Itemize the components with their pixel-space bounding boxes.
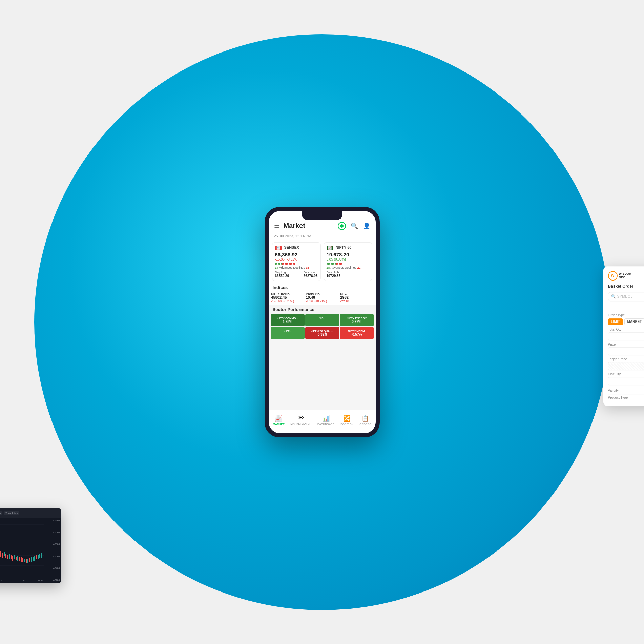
phone: ☰ Market 🔍 👤 25 Jul 2023, 12.14 PM 📉 xyxy=(265,207,380,437)
sensex-price: 66,368.92 xyxy=(275,252,318,257)
chart-x-axis: 9:20 10:00 10:30 11:00 11:30 12:00 xyxy=(0,578,44,583)
sector-nift3[interactable]: NIFT... xyxy=(271,327,305,339)
index-india-vix[interactable]: INDIA VIX 10.46 -1.19 (-10.21%) xyxy=(306,292,338,303)
nifty50-change: 5.85 (0.03%) xyxy=(327,257,369,261)
svg-rect-42 xyxy=(11,555,12,559)
svg-rect-40 xyxy=(7,555,8,559)
svg-rect-46 xyxy=(17,556,18,561)
buy-sell-toggle-row: Buy Sell xyxy=(608,305,644,311)
sector-nif2[interactable]: NIF... xyxy=(305,314,339,326)
index-nif[interactable]: NIF... 2982 -22.10 xyxy=(340,292,373,303)
dashboard-nav-label: DASHBOARD xyxy=(317,423,335,426)
wisdom-logo: W WISDOMNEO xyxy=(608,271,644,281)
sensex-label: SENSEX xyxy=(284,245,299,249)
dashboard-icon: 📊 xyxy=(322,415,330,422)
user-icon[interactable]: 👤 xyxy=(363,222,370,230)
chart-toolbar: NIFTY BANK 1m Compare Indicators Templat… xyxy=(0,508,61,518)
orders-icon: 📋 xyxy=(361,415,369,422)
phone-screen: ☰ Market 🔍 👤 25 Jul 2023, 12.14 PM 📉 xyxy=(269,211,376,433)
nifty50-mini-bars xyxy=(327,263,369,265)
search-icon[interactable]: 🔍 xyxy=(351,222,358,230)
sector-section-label: Sector Performance xyxy=(269,305,376,313)
nifty50-day-stats: Day High 19729.35 xyxy=(327,271,369,278)
basket-panel-title: Basket Order xyxy=(608,284,644,289)
hamburger-icon[interactable]: ☰ xyxy=(274,222,279,230)
sensex-day-low-label: Day Low xyxy=(304,271,318,274)
sensex-day-low: 66276.93 xyxy=(304,274,318,278)
logo-text: WISDOMNEO xyxy=(619,272,632,279)
sensex-day-high-label: Day High xyxy=(275,271,289,274)
marketwatch-icon: 👁 xyxy=(298,415,304,422)
sensex-card[interactable]: 📉 SENSEX 66,368.92 -15.86 (-0.02%) 14 xyxy=(272,242,321,281)
sector-nifty-media[interactable]: NIFTY MEDIA -0.57% xyxy=(340,327,374,339)
svg-rect-58 xyxy=(38,555,39,559)
svg-rect-37 xyxy=(2,553,3,558)
sensex-advances: 14 Advances Declines 16 xyxy=(275,266,318,269)
nav-orders[interactable]: 📋 ORDERS xyxy=(359,415,371,426)
disc-qty-stepper: - + xyxy=(608,377,644,385)
nifty50-badge: 📈 xyxy=(327,246,333,250)
chart-y-axis: 46200 46000 45800 45600 45400 45200 xyxy=(44,518,61,583)
svg-rect-39 xyxy=(5,554,6,558)
sensex-day-high: 66559.29 xyxy=(275,274,289,278)
svg-rect-36 xyxy=(0,551,1,557)
orders-nav-label: ORDERS xyxy=(359,423,371,426)
price-label: Price xyxy=(608,342,644,346)
sensex-mini-bars xyxy=(275,263,318,265)
svg-rect-48 xyxy=(21,557,22,562)
nifty50-card[interactable]: 📈 NIFTY 50 19,678.20 5.85 (0.03%) 28 Adv… xyxy=(324,242,372,281)
svg-rect-45 xyxy=(16,557,17,560)
market-nav-label: MARKET xyxy=(273,423,284,426)
live-dot xyxy=(340,224,344,228)
sector-grid: NIFTY COMMO... 1.28% NIF... NIFTY ENERGY… xyxy=(269,313,376,340)
nav-marketwatch[interactable]: 👁 MARKETWATCH xyxy=(290,415,311,425)
nifty50-price: 19,678.20 xyxy=(327,252,369,257)
product-type-label: Product Type xyxy=(608,396,628,399)
nav-dashboard[interactable]: 📊 DASHBOARD xyxy=(317,415,335,426)
basket-panel-header: W WISDOMNEO ☰ xyxy=(608,271,644,281)
trigger-price-field[interactable]: - + xyxy=(608,362,644,370)
price-chart xyxy=(0,518,44,578)
position-icon: 🔀 xyxy=(343,415,351,422)
nifty50-label: NIFTY 50 xyxy=(336,245,352,249)
background-circle: NIFTY BANK 1m Compare Indicators Templat… xyxy=(34,34,610,610)
sector-nifty200-qual[interactable]: NIFTY200 QUAL... -0.32% xyxy=(305,327,339,339)
sector-nifty-commo[interactable]: NIFTY COMMO... 1.28% xyxy=(271,314,305,326)
svg-rect-44 xyxy=(14,555,15,559)
total-qty-stepper: - + xyxy=(608,332,644,340)
svg-rect-55 xyxy=(33,557,34,561)
logo-circle: W xyxy=(608,271,618,281)
header-icons: 🔍 👤 xyxy=(338,222,370,230)
svg-rect-43 xyxy=(12,556,13,561)
sector-nifty-energy[interactable]: NIFTY ENERGY 0.97% xyxy=(340,314,374,326)
market-date: 25 Jul 2023, 12.14 PM xyxy=(269,233,376,241)
nav-position[interactable]: 🔀 POSITION xyxy=(340,415,353,426)
disc-qty-section: Disc Qty - + xyxy=(608,372,644,385)
marketwatch-nav-label: MARKETWATCH xyxy=(290,422,311,425)
svg-rect-41 xyxy=(9,554,10,559)
trigger-price-section: Trigger Price - + xyxy=(608,357,644,370)
bottom-nav: 📈 MARKET 👁 MARKETWATCH 📊 DASHBOARD 🔀 POS… xyxy=(269,410,376,433)
phone-notch xyxy=(302,211,342,220)
svg-rect-57 xyxy=(36,555,37,559)
limit-btn[interactable]: LIMIT xyxy=(608,318,623,325)
symbol-search-row[interactable]: 🔍 SYMBOL xyxy=(608,292,644,301)
validity-label: Validity xyxy=(608,389,619,392)
svg-rect-50 xyxy=(24,559,25,562)
order-type-label: Order Type xyxy=(608,313,644,317)
disc-qty-label: Disc Qty xyxy=(608,372,644,376)
templates-btn[interactable]: Templates xyxy=(4,511,19,515)
trigger-price-label: Trigger Price xyxy=(608,357,644,361)
price-section: Price - + xyxy=(608,342,644,355)
nifty50-day-high-label: Day High xyxy=(327,271,341,274)
index-nifty-bank[interactable]: NIFTY BANK 45802.45 -120.60 (-0.26%) xyxy=(271,292,304,303)
sensex-change: -15.86 (-0.02%) xyxy=(275,257,318,261)
svg-rect-52 xyxy=(27,559,28,563)
nav-market[interactable]: 📈 MARKET xyxy=(273,415,284,426)
total-qty-section: Total Qty - + xyxy=(608,328,644,340)
svg-rect-56 xyxy=(34,556,35,561)
market-btn[interactable]: MARKET xyxy=(624,318,644,325)
indicators-btn[interactable]: Indicators xyxy=(0,511,2,515)
svg-rect-59 xyxy=(39,554,40,558)
market-icon: 📈 xyxy=(275,415,282,422)
